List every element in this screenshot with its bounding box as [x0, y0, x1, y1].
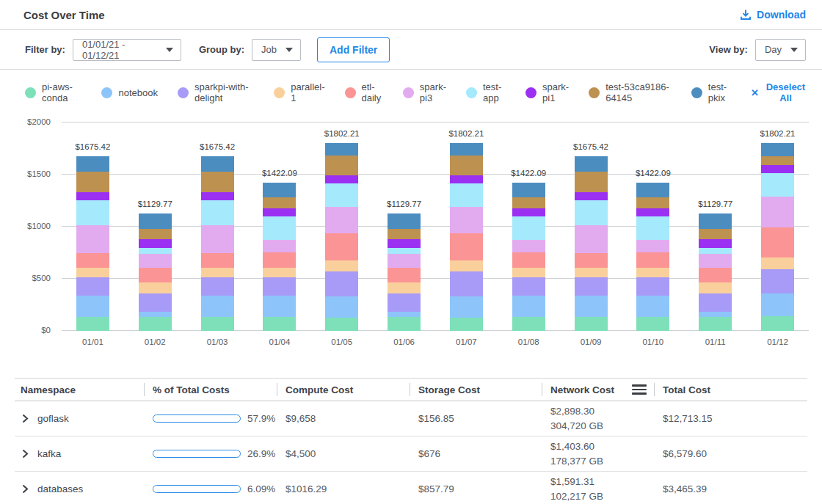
bar-segment-spark-pi3[interactable] [761, 197, 794, 227]
bar-segment-test-53ca9186-64145[interactable] [325, 156, 358, 175]
bar-segment-spark-pi1[interactable] [201, 192, 234, 200]
stacked-bar[interactable] [263, 183, 296, 331]
bar-segment-test-53ca9186-64145[interactable] [575, 172, 608, 192]
bar-segment-etl-daily[interactable] [325, 233, 358, 260]
bar-segment-parallel-1[interactable] [139, 282, 172, 293]
stacked-bar[interactable] [699, 213, 732, 331]
bar-segment-test-pkix[interactable] [450, 143, 483, 156]
bar-segment-notebook[interactable] [575, 296, 608, 317]
stacked-bar[interactable] [325, 143, 358, 331]
bar-segment-test-53ca9186-64145[interactable] [761, 156, 794, 165]
namespace-cell[interactable]: databases [15, 483, 144, 494]
legend-item-pi-aws-conda[interactable]: pi-aws-conda [25, 81, 81, 103]
namespace-cell[interactable]: kafka [15, 448, 144, 459]
bar-segment-test-pkix[interactable] [263, 183, 296, 197]
bar-segment-spark-pi1[interactable] [263, 208, 296, 216]
bar-segment-sparkpi-with-delight[interactable] [699, 293, 732, 312]
bar-segment-etl-daily[interactable] [636, 252, 669, 268]
legend-item-test-53ca9186-64145[interactable]: test-53ca9186-64145 [589, 81, 672, 103]
bar-segment-etl-daily[interactable] [201, 253, 234, 268]
bar-segment-spark-pi1[interactable] [699, 239, 732, 247]
legend-item-test-pkix[interactable]: test-pkix [691, 81, 732, 103]
bar-segment-parallel-1[interactable] [699, 282, 732, 293]
bar-segment-etl-daily[interactable] [388, 268, 421, 282]
download-button[interactable]: Download [740, 9, 806, 21]
legend-item-spark-pi1[interactable]: spark-pi1 [525, 81, 569, 103]
bar-segment-test-app[interactable] [388, 248, 421, 255]
bar-segment-test-pkix[interactable] [139, 213, 172, 229]
legend-item-notebook[interactable]: notebook [101, 87, 158, 98]
bar-segment-etl-daily[interactable] [450, 233, 483, 260]
bar-segment-test-53ca9186-64145[interactable] [388, 229, 421, 239]
bar-segment-parallel-1[interactable] [388, 282, 421, 293]
bar-segment-notebook[interactable] [139, 312, 172, 317]
legend-item-parallel-1[interactable]: parallel-1 [274, 81, 324, 103]
bar-segment-sparkpi-with-delight[interactable] [263, 277, 296, 296]
bar-segment-sparkpi-with-delight[interactable] [575, 277, 608, 296]
bar-segment-test-53ca9186-64145[interactable] [512, 197, 545, 208]
stacked-bar[interactable] [201, 156, 234, 331]
bar-segment-parallel-1[interactable] [575, 268, 608, 277]
bar-segment-spark-pi3[interactable] [512, 240, 545, 252]
bar-segment-parallel-1[interactable] [201, 268, 234, 277]
bar-segment-spark-pi3[interactable] [201, 225, 234, 253]
bar-segment-etl-daily[interactable] [139, 268, 172, 282]
bar-segment-sparkpi-with-delight[interactable] [512, 277, 545, 296]
bar-segment-pi-aws-conda[interactable] [575, 317, 608, 331]
bar-segment-pi-aws-conda[interactable] [450, 318, 483, 331]
bar-segment-notebook[interactable] [263, 296, 296, 317]
bar-segment-notebook[interactable] [512, 296, 545, 317]
bar-segment-test-53ca9186-64145[interactable] [636, 197, 669, 208]
bar-segment-test-pkix[interactable] [636, 183, 669, 197]
bar-segment-sparkpi-with-delight[interactable] [325, 271, 358, 297]
expand-chevron-icon[interactable] [22, 484, 29, 494]
view-by-dropdown[interactable]: Day [755, 39, 806, 61]
bar-segment-pi-aws-conda[interactable] [699, 317, 732, 331]
bar-segment-test-pkix[interactable] [325, 143, 358, 156]
bar-segment-pi-aws-conda[interactable] [139, 317, 172, 331]
table-row[interactable]: databases6.09%$1016.29$857.79$1,591.3110… [15, 472, 807, 504]
bar-segment-test-53ca9186-64145[interactable] [76, 172, 109, 192]
bar-segment-test-app[interactable] [575, 200, 608, 226]
bar-segment-etl-daily[interactable] [512, 252, 545, 268]
bar-segment-notebook[interactable] [699, 312, 732, 317]
bar-segment-etl-daily[interactable] [761, 227, 794, 258]
stacked-bar[interactable] [512, 183, 545, 331]
bar-segment-etl-daily[interactable] [76, 253, 109, 268]
bar-segment-pi-aws-conda[interactable] [263, 317, 296, 331]
bar-segment-test-app[interactable] [139, 248, 172, 255]
bar-segment-test-pkix[interactable] [699, 213, 732, 229]
bar-segment-test-pkix[interactable] [512, 183, 545, 197]
bar-segment-pi-aws-conda[interactable] [325, 318, 358, 331]
bar-segment-test-pkix[interactable] [388, 213, 421, 229]
bar-segment-pi-aws-conda[interactable] [636, 317, 669, 331]
stacked-bar[interactable] [139, 213, 172, 331]
group-by-dropdown[interactable]: Job [252, 39, 301, 61]
deselect-all-button[interactable]: ✕ Deselect All [751, 81, 807, 103]
bar-segment-test-53ca9186-64145[interactable] [699, 229, 732, 239]
stacked-bar[interactable] [76, 156, 109, 331]
bar-segment-test-53ca9186-64145[interactable] [201, 172, 234, 192]
bar-segment-spark-pi1[interactable] [139, 239, 172, 247]
stacked-bar[interactable] [388, 213, 421, 331]
bar-segment-spark-pi3[interactable] [139, 254, 172, 268]
bar-segment-spark-pi3[interactable] [76, 225, 109, 253]
bar-segment-spark-pi3[interactable] [450, 207, 483, 233]
stacked-bar[interactable] [575, 156, 608, 331]
bar-segment-test-pkix[interactable] [761, 143, 794, 156]
bar-segment-test-pkix[interactable] [201, 156, 234, 172]
bar-segment-sparkpi-with-delight[interactable] [76, 277, 109, 296]
bar-segment-test-app[interactable] [699, 248, 732, 255]
bar-segment-sparkpi-with-delight[interactable] [201, 277, 234, 296]
bar-segment-test-pkix[interactable] [76, 156, 109, 172]
bar-segment-parallel-1[interactable] [76, 268, 109, 277]
bar-segment-test-app[interactable] [201, 200, 234, 226]
bar-segment-pi-aws-conda[interactable] [761, 316, 794, 331]
bar-segment-spark-pi1[interactable] [575, 192, 608, 200]
stacked-bar[interactable] [636, 183, 669, 331]
bar-segment-notebook[interactable] [450, 296, 483, 317]
bar-segment-test-app[interactable] [761, 173, 794, 197]
bar-segment-etl-daily[interactable] [575, 253, 608, 268]
bar-segment-etl-daily[interactable] [263, 252, 296, 268]
bar-segment-spark-pi1[interactable] [325, 175, 358, 184]
